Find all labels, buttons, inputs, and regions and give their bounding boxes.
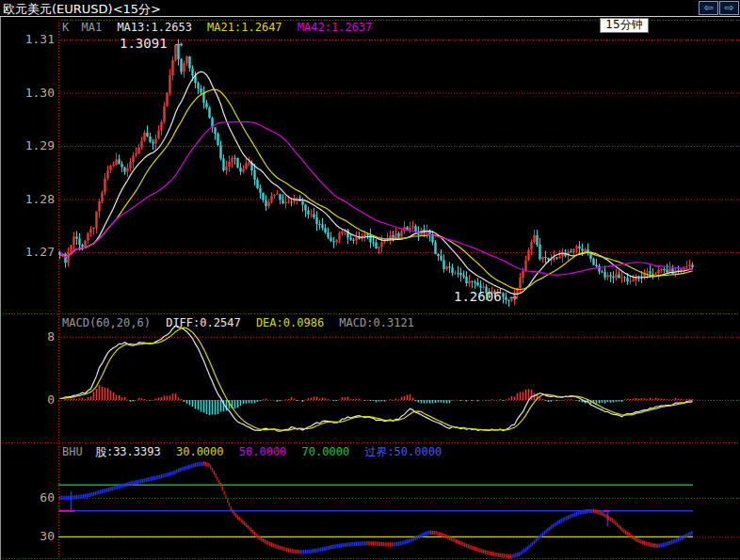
price-axis-label: 1.29 bbox=[0, 138, 55, 152]
price-indicator-header: K MA1 MA13:1.2653 MA21:1.2647 MA42:1.263… bbox=[62, 21, 380, 34]
bhu-level30-value: 30.0000 bbox=[176, 445, 224, 458]
ma-group-label: MA1 bbox=[81, 21, 102, 34]
price-axis-label: 1.28 bbox=[0, 192, 55, 206]
bhu-guojie-value: 过界:50.0000 bbox=[364, 445, 442, 458]
bhu-current-value: 股:33.3393 bbox=[95, 445, 161, 458]
price-chart-area[interactable] bbox=[58, 20, 740, 313]
trading-terminal-window: 欧元美元(EURUSD)<15分> ⇦ ⇨ 15分钟 K MA1 MA13:1.… bbox=[0, 0, 740, 560]
low-price-annotation: 1.2606 → bbox=[454, 289, 517, 304]
chart-type-label: K bbox=[62, 21, 69, 34]
bhu-indicator-header: BHU 股:33.3393 30.0000 50.0000 70.0000 过界… bbox=[62, 444, 450, 460]
high-price-text: 1.3091 bbox=[120, 36, 168, 51]
macd-axis-label: 0 bbox=[0, 392, 55, 407]
price-axis-label: 1.31 bbox=[0, 32, 55, 46]
macd-params-label: MACD(60,20,6) bbox=[62, 316, 151, 329]
ma21-value: MA21:1.2647 bbox=[207, 21, 282, 34]
bhu-axis-label: 30 bbox=[0, 529, 55, 543]
scroll-right-button[interactable]: ⇨ bbox=[719, 1, 739, 15]
right-arrow-icon: → bbox=[175, 36, 183, 51]
low-price-text: 1.2606 bbox=[454, 289, 502, 304]
right-arrow-icon: → bbox=[509, 289, 517, 304]
bhu-name-label: BHU bbox=[62, 445, 83, 458]
bhu-level50-value: 50.0000 bbox=[239, 445, 287, 458]
bhu-level70-value: 70.0000 bbox=[302, 445, 350, 458]
ma13-value: MA13:1.2653 bbox=[117, 21, 191, 34]
macd-axis-label: 8 bbox=[0, 329, 55, 344]
scroll-left-button[interactable]: ⇦ bbox=[699, 1, 718, 15]
dea-value: DEA:0.0986 bbox=[256, 316, 324, 329]
macd-value: MACD:0.3121 bbox=[339, 316, 413, 329]
high-price-annotation: 1.3091 → bbox=[120, 36, 183, 51]
bhu-axis-label: 60 bbox=[0, 490, 55, 504]
ma42-value: MA42:1.2637 bbox=[298, 21, 372, 34]
diff-value: DIFF:0.2547 bbox=[166, 316, 240, 329]
macd-panel-area[interactable] bbox=[58, 313, 740, 442]
price-axis-label: 1.27 bbox=[0, 245, 55, 259]
title-separator bbox=[0, 16, 740, 17]
window-border bbox=[0, 0, 1, 560]
price-axis-label: 1.30 bbox=[0, 86, 55, 100]
title-bar: 欧元美元(EURUSD)<15分> bbox=[0, 0, 740, 16]
macd-indicator-header: MACD(60,20,6) DIFF:0.2547 DEA:0.0986 MAC… bbox=[62, 316, 423, 329]
